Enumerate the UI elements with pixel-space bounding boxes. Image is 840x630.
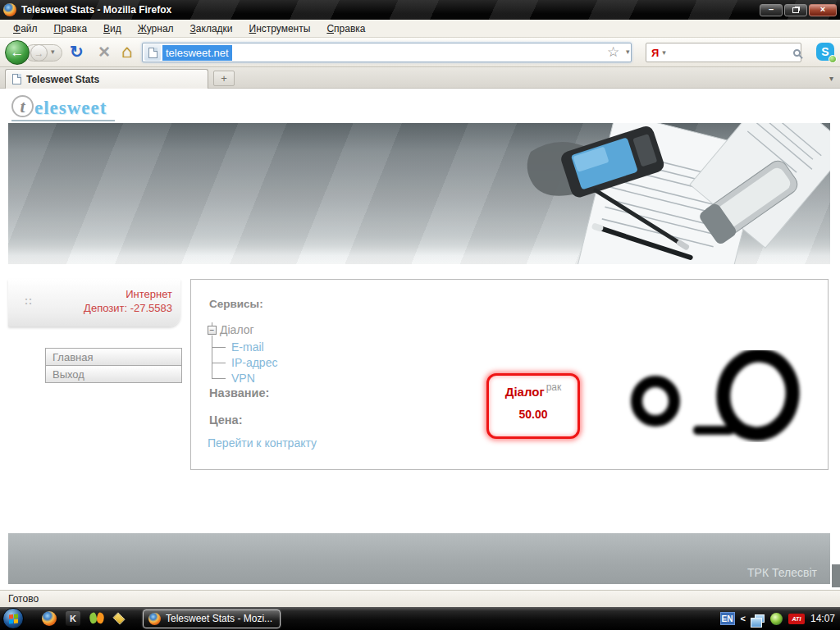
- start-button[interactable]: [2, 608, 24, 629]
- menu-item[interactable]: Закладки: [182, 21, 241, 36]
- highlight-service-name: Діалог: [505, 385, 545, 399]
- history-dropdown-button[interactable]: ▾: [51, 48, 55, 56]
- tab-label: Telesweet Stats: [26, 74, 99, 85]
- header-banner-image: [8, 123, 830, 264]
- service-link[interactable]: VPN: [231, 372, 255, 385]
- address-bar[interactable]: telesweet.net: [142, 43, 632, 62]
- window-titlebar: Telesweet Stats - Mozilla Firefox – ×: [0, 0, 840, 20]
- banner-artwork: [518, 123, 830, 264]
- stop-button[interactable]: ×: [98, 40, 110, 63]
- network-icon[interactable]: [755, 614, 765, 623]
- back-button[interactable]: ←: [5, 40, 30, 65]
- page-icon: [148, 48, 158, 58]
- menu-item[interactable]: Вид: [95, 21, 130, 36]
- bookmark-dropdown-button[interactable]: ▾: [626, 48, 630, 56]
- service-link[interactable]: IP-адрес: [231, 356, 277, 369]
- taskbar-button-firefox[interactable]: Telesweet Stats - Mozi...: [143, 609, 281, 628]
- account-box: :: Интернет Депозит: -27.5583: [8, 279, 180, 326]
- navigation-toolbar: ← → ▾ ↻ × ⌂ telesweet.net ☆ ▾ Я ▾ S: [0, 38, 840, 67]
- status-text: Готово: [8, 593, 39, 605]
- ati-icon[interactable]: ATI: [788, 614, 805, 624]
- restore-icon: [792, 7, 799, 13]
- window-title: Telesweet Stats - Mozilla Firefox: [21, 4, 171, 16]
- emoticon-doodle: [624, 350, 811, 442]
- side-nav-item[interactable]: Выход: [45, 365, 182, 383]
- tree-root-row: − Діалог: [208, 322, 277, 337]
- tree-children: E-mailIP-адресVPN: [212, 339, 277, 386]
- antivirus-icon[interactable]: [770, 613, 783, 625]
- quicklaunch-brush-icon[interactable]: [112, 612, 125, 624]
- close-button[interactable]: ×: [809, 4, 837, 16]
- contract-link[interactable]: Перейти к контракту: [208, 436, 317, 450]
- menu-item[interactable]: Журнал: [130, 21, 182, 36]
- account-info: Интернет Депозит: -27.5583: [84, 287, 172, 315]
- browser-viewport: t elesweet: [0, 89, 840, 590]
- tab-telesweet-stats[interactable]: Telesweet Stats: [5, 69, 208, 89]
- tray-collapse-chevron[interactable]: <: [741, 614, 746, 623]
- windows-logo-icon: [9, 614, 18, 623]
- highlight-superscript: рак: [546, 381, 562, 393]
- service-link[interactable]: E-mail: [231, 340, 264, 354]
- back-icon: ←: [11, 44, 25, 61]
- highlighted-service-box: Діалограк 50.00: [486, 373, 580, 439]
- account-service: Интернет: [84, 287, 172, 301]
- address-text: telesweet.net: [162, 45, 232, 61]
- footer-edge-block: [832, 564, 840, 587]
- logo-mark-icon: t: [11, 95, 34, 117]
- services-heading: Сервисы:: [209, 298, 263, 310]
- language-indicator[interactable]: EN: [720, 612, 735, 625]
- tree-row: VPN: [212, 370, 277, 386]
- search-box: Я ▾: [646, 43, 801, 62]
- page-footer: ТРК Телесвіт: [8, 533, 830, 584]
- quicklaunch-firefox-icon[interactable]: [42, 611, 57, 626]
- drag-handle-icon: ::: [25, 295, 33, 307]
- home-button[interactable]: ⌂: [121, 41, 132, 62]
- search-input[interactable]: [666, 45, 793, 60]
- account-deposit: Депозит: -27.5583: [84, 301, 172, 315]
- menu-bar: ФайлПравкаВидЖурналЗакладкиИнструментыСп…: [0, 20, 840, 38]
- close-icon: ×: [820, 5, 825, 14]
- logo-text: elesweet: [34, 99, 107, 117]
- search-icon[interactable]: [793, 49, 801, 57]
- refresh-button[interactable]: ↻: [70, 42, 84, 62]
- firefox-icon: [3, 3, 16, 16]
- side-nav-item[interactable]: Главная: [45, 348, 182, 366]
- site-logo[interactable]: t elesweet: [11, 95, 115, 121]
- tree-row: E-mail: [212, 339, 277, 354]
- yandex-icon[interactable]: Я: [651, 47, 659, 59]
- list-all-tabs-button[interactable]: ▾: [829, 74, 833, 83]
- restore-button[interactable]: [784, 4, 807, 16]
- firefox-icon: [148, 613, 161, 625]
- tree-collapse-icon[interactable]: −: [208, 326, 217, 335]
- skype-icon[interactable]: S: [816, 43, 834, 61]
- tab-bar: Telesweet Stats + ▾: [0, 67, 840, 89]
- forward-icon: →: [34, 48, 44, 59]
- quick-launch: K: [42, 611, 125, 626]
- status-bar: Готово: [0, 590, 840, 607]
- name-label: Название:: [209, 386, 269, 399]
- menu-item[interactable]: Файл: [5, 21, 46, 36]
- taskbar-button-label: Telesweet Stats - Mozi...: [166, 613, 272, 624]
- site-identity-button[interactable]: [144, 44, 161, 61]
- menu-item[interactable]: Инструменты: [241, 21, 319, 36]
- side-navigation: ГлавнаяВыход: [45, 349, 182, 383]
- system-tray: EN < ATI 14:07: [720, 612, 840, 625]
- quicklaunch-butterfly-icon[interactable]: [89, 611, 104, 626]
- skype-status-badge: [829, 55, 837, 63]
- menu-item[interactable]: Справка: [318, 21, 373, 36]
- tree-row: IP-адрес: [212, 354, 277, 370]
- tab-favicon: [12, 74, 21, 84]
- menu-item[interactable]: Правка: [46, 21, 96, 36]
- quicklaunch-k-icon[interactable]: K: [66, 611, 80, 626]
- forward-button[interactable]: →: [30, 44, 48, 62]
- minimize-icon: –: [769, 5, 774, 14]
- price-label: Цена:: [209, 413, 242, 427]
- bookmark-star-icon[interactable]: ☆: [607, 43, 619, 61]
- services-tree: − Діалог E-mailIP-адресVPN: [208, 322, 277, 386]
- window-controls: – ×: [760, 4, 837, 16]
- new-tab-button[interactable]: +: [213, 71, 235, 86]
- minimize-button[interactable]: –: [760, 4, 783, 16]
- tree-root-label: Діалог: [220, 323, 254, 336]
- skype-letter: S: [821, 45, 829, 58]
- taskbar-clock: 14:07: [810, 613, 835, 624]
